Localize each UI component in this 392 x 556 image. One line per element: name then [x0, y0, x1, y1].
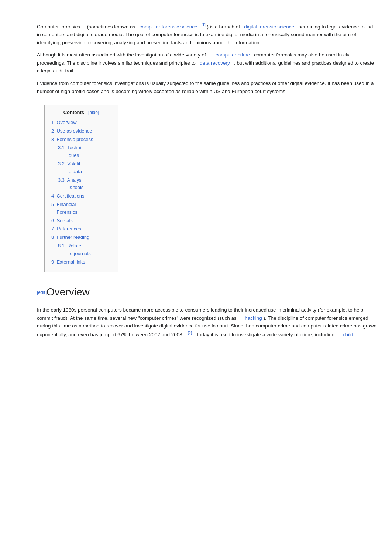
toc-item-3-2: 3.2 Volatil e data	[58, 160, 111, 176]
toc-item-3: 3 Forensic process 3.1 Techni ques 3.2 V…	[51, 136, 111, 192]
intro-paragraph-1: Computer forensics (sometimes known as c…	[37, 22, 377, 47]
toc-item-8-1: 8.1 Relate d journals	[58, 242, 111, 258]
toc-item-3-1: 3.1 Techni ques	[58, 144, 111, 159]
intro-text-1: Computer forensics	[37, 24, 80, 30]
toc-link-2[interactable]: 2 Use as evidence	[51, 128, 92, 134]
toc-link-8-1[interactable]: 8.1 Relate d journals	[58, 243, 91, 256]
ref-2[interactable]: [2]	[188, 331, 192, 335]
intro-paragraph-3: Evidence from computer forensics investi…	[37, 79, 377, 95]
intro-text-2: (sometimes known as	[87, 24, 135, 30]
toc-link-1[interactable]: 1 Overview	[51, 120, 77, 125]
toc-item-2: 2 Use as evidence	[51, 127, 111, 135]
toc-link-3-1[interactable]: 3.1 Techni ques	[58, 145, 81, 158]
ref-1[interactable]: [1]	[202, 23, 206, 27]
toc-container: Contents [hide] 1 Overview 2 Use as evid…	[37, 100, 377, 277]
toc-item-3-3: 3.3 Analys is tools	[58, 176, 111, 192]
toc-list: 1 Overview 2 Use as evidence 3 Forensic …	[51, 119, 111, 266]
data-recovery-link[interactable]: data recovery	[200, 60, 230, 66]
toc-box: Contents [hide] 1 Overview 2 Use as evid…	[44, 105, 118, 272]
toc-item-4: 4 Certifications	[51, 192, 111, 200]
overview-paragraph-1: In the early 1980s personal computers be…	[37, 306, 377, 339]
toc-link-6[interactable]: 6 See also	[51, 218, 75, 223]
intro-paragraph-2: Although it is most often associated wit…	[37, 51, 377, 75]
toc-item-1: 1 Overview	[51, 119, 111, 127]
intro-text-3: ) is a branch of	[207, 24, 240, 30]
toc-sub-3: 3.1 Techni ques 3.2 Volatil e data 3.3 A…	[51, 144, 111, 192]
toc-item-5: 5 Financial Forensics	[51, 201, 111, 216]
toc-sub-8: 8.1 Relate d journals	[51, 242, 111, 258]
toc-link-3[interactable]: 3 Forensic process	[51, 137, 93, 142]
digital-forensic-science-link[interactable]: digital forensic science	[244, 24, 294, 30]
toc-link-5[interactable]: 5 Financial Forensics	[51, 202, 78, 215]
overview-p1-end: Today it is used to investigate a wide v…	[196, 332, 334, 337]
intro-p2-start: Although it is most often associated wit…	[37, 52, 206, 58]
toc-title: Contents [hide]	[51, 109, 111, 117]
toc-item-6: 6 See also	[51, 217, 111, 225]
toc-link-3-2[interactable]: 3.2 Volatil e data	[58, 161, 82, 174]
overview-heading: [edit]Overview	[37, 284, 377, 302]
computer-crime-link[interactable]: computer crime	[216, 52, 250, 58]
toc-link-9[interactable]: 9 External links	[51, 259, 85, 265]
toc-link-8[interactable]: 8 Further reading	[51, 234, 89, 240]
toc-item-7: 7 References	[51, 225, 111, 233]
toc-link-3-3[interactable]: 3.3 Analys is tools	[58, 177, 83, 191]
article-body: Computer forensics (sometimes known as c…	[37, 22, 377, 339]
toc-hide-button[interactable]: [hide]	[88, 110, 99, 115]
overview-edit-link[interactable]: [edit]	[37, 290, 47, 295]
child-link[interactable]: child	[343, 332, 353, 337]
toc-item-9: 9 External links	[51, 258, 111, 266]
toc-link-7[interactable]: 7 References	[51, 226, 81, 231]
overview-section: [edit]Overview In the early 1980s person…	[37, 284, 377, 339]
hacking-link[interactable]: hacking	[245, 315, 262, 321]
toc-item-8: 8 Further reading 8.1 Relate d journals	[51, 234, 111, 257]
toc-link-4[interactable]: 4 Certifications	[51, 193, 85, 199]
computer-forensic-science-link[interactable]: computer forensic science	[140, 24, 197, 30]
